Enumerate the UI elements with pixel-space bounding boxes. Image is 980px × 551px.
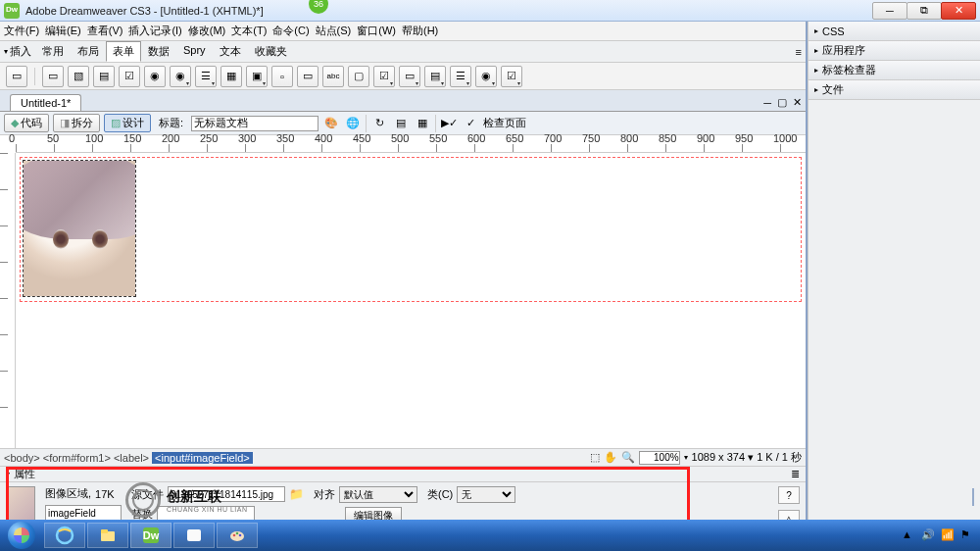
menu-view[interactable]: 查看(V) bbox=[87, 24, 123, 38]
zoom-tool-icon[interactable]: 🔍 bbox=[621, 451, 635, 464]
menu-text[interactable]: 文本(T) bbox=[231, 24, 267, 38]
thumbnail bbox=[6, 486, 35, 522]
spry3-tool[interactable]: ▤ bbox=[424, 66, 446, 87]
insert-tab-3[interactable]: 数据 bbox=[141, 41, 176, 62]
tag-path[interactable]: <body> <form#form1> <label> <input#image… bbox=[4, 452, 253, 464]
panel-menu-icon[interactable]: ≣ bbox=[791, 468, 800, 480]
panel-app[interactable]: 应用程序 bbox=[808, 41, 980, 61]
split-view-button[interactable]: ◨拆分 bbox=[53, 114, 100, 132]
panel-css[interactable]: CSS bbox=[808, 22, 980, 41]
list-tool[interactable]: ☰ bbox=[195, 66, 217, 87]
dimensions-text: 1089 x 374 ▾ 1 K / 1 秒 bbox=[692, 450, 802, 465]
task-other1[interactable] bbox=[173, 523, 215, 548]
tray-icon[interactable]: ⚑ bbox=[960, 528, 974, 542]
document-tab-row: Untitled-1* ─ ▢ ✕ bbox=[0, 90, 806, 112]
properties-header[interactable]: 属性 ≣ bbox=[0, 467, 806, 482]
code-view-button[interactable]: ◆代码 bbox=[4, 114, 49, 132]
textfield-tool[interactable]: ▭ bbox=[42, 66, 64, 87]
checkbox-tool[interactable]: ☑ bbox=[119, 66, 140, 87]
globe-icon[interactable]: 🌐 bbox=[344, 115, 362, 132]
svg-text:Dw: Dw bbox=[143, 529, 160, 541]
watermark-subtext: CHUANG XIN HU LIAN bbox=[167, 506, 974, 513]
task-paint[interactable] bbox=[217, 523, 258, 548]
image-tool[interactable]: ▣ bbox=[246, 66, 268, 87]
insert-tab-2[interactable]: 表单 bbox=[106, 41, 141, 62]
menu-file[interactable]: 文件(F) bbox=[4, 24, 39, 38]
validate-icon[interactable]: ▶✓ bbox=[440, 115, 458, 132]
ruler-vertical bbox=[0, 153, 16, 448]
watermark-text: 创新互联 bbox=[167, 488, 974, 506]
collapse-icon[interactable]: ≡ bbox=[796, 46, 802, 58]
tag-form[interactable]: <form#form1> bbox=[43, 452, 111, 464]
textarea-tool[interactable]: ▤ bbox=[93, 66, 115, 87]
check-page-button[interactable]: 检查页面 bbox=[483, 116, 526, 130]
panel-files[interactable]: 文件 bbox=[808, 80, 980, 100]
fieldset-tool[interactable]: ▢ bbox=[348, 66, 369, 87]
spry4-tool[interactable]: ☰ bbox=[450, 66, 471, 87]
select-tool-icon[interactable]: ⬚ bbox=[590, 451, 600, 464]
tray-icon[interactable]: ▲ bbox=[902, 528, 915, 542]
hand-tool-icon[interactable]: ✋ bbox=[604, 451, 617, 464]
name-input[interactable] bbox=[45, 505, 122, 521]
start-button[interactable] bbox=[0, 520, 43, 551]
button-tool[interactable]: ▭ bbox=[297, 66, 318, 87]
doc-restore-icon[interactable]: ▢ bbox=[777, 96, 787, 109]
insert-label[interactable]: 插入 bbox=[4, 44, 31, 59]
form-element[interactable] bbox=[20, 157, 802, 302]
tag-selector-bar: <body> <form#form1> <label> <input#image… bbox=[0, 448, 806, 466]
menu-edit[interactable]: 编辑(E) bbox=[45, 24, 81, 38]
visual-icon[interactable]: ▦ bbox=[414, 115, 431, 132]
radiogroup-tool[interactable]: ◉ bbox=[170, 66, 191, 87]
menu-help[interactable]: 帮助(H) bbox=[402, 24, 438, 38]
spry2-tool[interactable]: ▭ bbox=[399, 66, 420, 87]
svg-point-7 bbox=[233, 534, 236, 537]
minimize-button[interactable]: ─ bbox=[872, 2, 907, 20]
menu-site[interactable]: 站点(S) bbox=[316, 24, 352, 38]
panel-tag-inspector[interactable]: 标签检查器 bbox=[808, 61, 980, 80]
close-button[interactable]: ✕ bbox=[941, 2, 976, 20]
tag-label[interactable]: <label> bbox=[114, 452, 149, 464]
task-explorer[interactable] bbox=[87, 523, 128, 548]
jump-tool[interactable]: ▦ bbox=[220, 66, 242, 87]
design-view-button[interactable]: ▨设计 bbox=[104, 114, 151, 132]
file-tool[interactable]: ▫ bbox=[271, 66, 293, 87]
browser-icon[interactable]: 🎨 bbox=[322, 115, 340, 132]
check-icon[interactable]: ✓ bbox=[462, 115, 479, 132]
doc-minimize-icon[interactable]: ─ bbox=[763, 97, 771, 109]
menu-window[interactable]: 窗口(W) bbox=[357, 24, 396, 38]
form-tool[interactable]: ▭ bbox=[6, 66, 27, 87]
form-icon-toolbar: ▭ ▭ ▧ ▤ ☑ ◉ ◉ ☰ ▦ ▣ ▫ ▭ abc ▢ ☑ ▭ ▤ ☰ ◉ … bbox=[0, 63, 806, 90]
title-input[interactable] bbox=[191, 116, 318, 131]
document-tab[interactable]: Untitled-1* bbox=[10, 94, 81, 111]
spry5-tool[interactable]: ◉ bbox=[475, 66, 497, 87]
insert-tab-4[interactable]: Spry bbox=[176, 41, 213, 62]
tray-icon[interactable]: 📶 bbox=[941, 528, 955, 542]
insert-tab-5[interactable]: 文本 bbox=[213, 41, 248, 62]
refresh-icon[interactable]: ↻ bbox=[370, 115, 388, 132]
insert-tab-6[interactable]: 收藏夹 bbox=[248, 41, 294, 62]
tray-icon[interactable]: 🔊 bbox=[921, 528, 935, 542]
design-canvas[interactable] bbox=[16, 153, 806, 448]
radio-tool[interactable]: ◉ bbox=[144, 66, 166, 87]
spry6-tool[interactable]: ☑ bbox=[501, 66, 522, 87]
tag-body[interactable]: <body> bbox=[4, 452, 40, 464]
hidden-tool[interactable]: ▧ bbox=[68, 66, 89, 87]
insert-tab-0[interactable]: 常用 bbox=[35, 41, 71, 62]
maximize-button[interactable]: ⧉ bbox=[906, 2, 942, 20]
zoom-input[interactable] bbox=[639, 451, 680, 465]
selected-image-field[interactable] bbox=[23, 160, 136, 297]
menu-commands[interactable]: 命令(C) bbox=[272, 24, 309, 38]
label-tool[interactable]: abc bbox=[322, 66, 344, 87]
spry-tool[interactable]: ☑ bbox=[373, 66, 395, 87]
watermark-logo bbox=[125, 482, 161, 518]
insert-tab-1[interactable]: 布局 bbox=[71, 41, 106, 62]
menu-modify[interactable]: 修改(M) bbox=[188, 24, 226, 38]
task-ie[interactable] bbox=[44, 523, 85, 548]
task-dreamweaver[interactable]: Dw bbox=[130, 523, 172, 548]
viewopt-icon[interactable]: ▤ bbox=[392, 115, 410, 132]
window-title: Adobe Dreamweaver CS3 - [Untitled-1 (XHT… bbox=[25, 5, 873, 17]
menu-insert[interactable]: 插入记录(I) bbox=[128, 24, 181, 38]
doc-close-icon[interactable]: ✕ bbox=[793, 96, 802, 109]
tag-input[interactable]: <input#imageField> bbox=[152, 452, 253, 464]
menubar: 文件(F) 编辑(E) 查看(V) 插入记录(I) 修改(M) 文本(T) 命令… bbox=[0, 22, 806, 41]
